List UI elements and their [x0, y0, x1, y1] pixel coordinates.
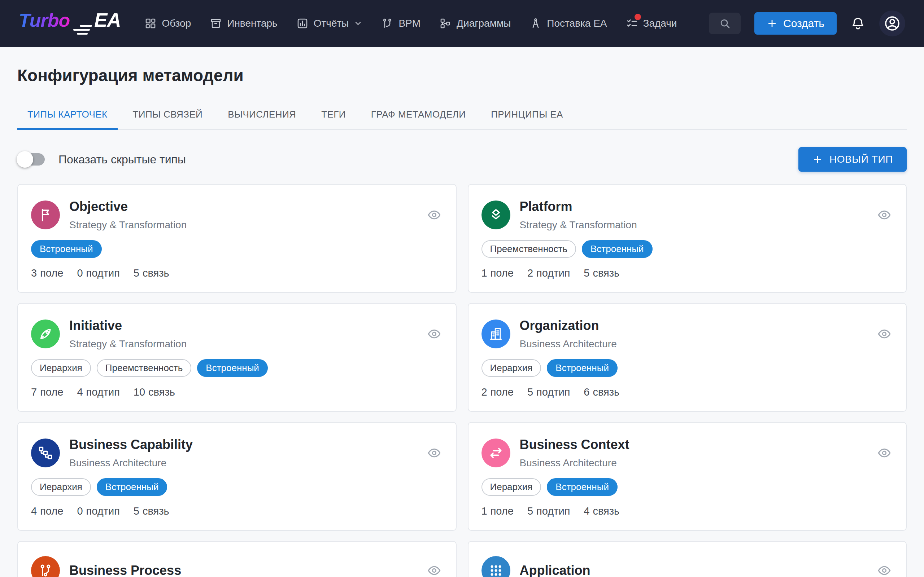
stat-item: 4подтип — [77, 386, 120, 398]
eye-icon — [877, 208, 892, 222]
visibility-button[interactable] — [427, 563, 441, 577]
card-subtitle: Strategy & Transformation — [520, 219, 637, 231]
compass-icon — [530, 17, 542, 29]
show-hidden-types-toggle[interactable] — [17, 151, 48, 168]
list-controls: Показать скрытые типы НОВЫЙ ТИП — [17, 147, 907, 172]
route-icon — [31, 556, 60, 577]
eye-icon — [877, 327, 892, 341]
plus-icon — [767, 18, 777, 29]
stat-item: 0подтип — [77, 267, 120, 279]
stat-item: 2поле — [481, 386, 514, 398]
nav-item-reports[interactable]: Отчёты — [296, 17, 363, 29]
rocket-icon — [31, 319, 60, 348]
visibility-button[interactable] — [877, 446, 892, 460]
search-icon — [719, 17, 731, 29]
badge: Встроенный — [547, 478, 617, 496]
tasks-icon — [626, 17, 638, 29]
card-title: Objective — [69, 199, 187, 214]
tab-tags[interactable]: ТЕГИ — [311, 102, 356, 130]
tab-bar: ТИПЫ КАРТОЧЕК ТИПЫ СВЯЗЕЙ ВЫЧИСЛЕНИЯ ТЕГ… — [17, 102, 907, 130]
badge: Иерархия — [31, 478, 91, 496]
card-subtitle: Strategy & Transformation — [69, 219, 187, 231]
card-badges: ИерархияВстроенный — [31, 478, 441, 496]
card-title: Application — [520, 563, 591, 577]
visibility-button[interactable] — [427, 327, 441, 341]
card-type-card[interactable]: Organization Business Architecture Иерар… — [468, 303, 907, 412]
nav-item-bpm[interactable]: BPM — [381, 17, 420, 29]
create-button-label: Создать — [783, 17, 824, 29]
visibility-button[interactable] — [427, 208, 441, 222]
card-subtitle: Business Architecture — [520, 457, 630, 469]
account-icon — [884, 15, 901, 32]
card-stats: 2поле5подтип6связь — [481, 386, 892, 398]
card-type-card[interactable]: Platform Strategy & Transformation Преем… — [468, 184, 907, 293]
nav-item-overview[interactable]: Обзор — [144, 17, 191, 29]
stat-item: 5связь — [584, 267, 619, 279]
arrows-icon — [481, 438, 510, 467]
nav-item-diagrams[interactable]: Диаграммы — [439, 17, 511, 29]
nav-item-tasks[interactable]: Задачи — [626, 17, 677, 29]
search-button[interactable] — [709, 13, 741, 34]
stat-item: 7поле — [31, 386, 63, 398]
nav-item-inventory[interactable]: Инвентарь — [210, 17, 277, 29]
stat-item: 0подтип — [77, 505, 120, 517]
badge: Преемственность — [97, 359, 191, 377]
visibility-button[interactable] — [877, 208, 892, 222]
eye-icon — [427, 446, 441, 460]
tab-ea-principles[interactable]: ПРИНЦИПЫ EA — [481, 102, 573, 130]
card-type-grid: Objective Strategy & Transformation Встр… — [17, 184, 907, 577]
new-type-button[interactable]: НОВЫЙ ТИП — [798, 147, 907, 172]
tab-card-types[interactable]: ТИПЫ КАРТОЧЕК — [17, 102, 118, 130]
card-subtitle: Strategy & Transformation — [69, 338, 187, 350]
top-navbar: Turbo EA Обзор Инвентарь Отчёты BPM Диаг… — [0, 0, 924, 47]
card-type-card[interactable]: Application — [468, 541, 907, 577]
main-navigation: Обзор Инвентарь Отчёты BPM Диаграммы Пос… — [144, 17, 702, 29]
stat-item: 1поле — [481, 267, 514, 279]
card-title: Business Process — [69, 563, 181, 577]
card-stats: 4поле0подтип5связь — [31, 505, 441, 517]
card-badges: ИерархияВстроенный — [481, 478, 892, 496]
visibility-button[interactable] — [877, 327, 892, 341]
stat-item: 5подтип — [527, 505, 570, 517]
tab-calculations[interactable]: ВЫЧИСЛЕНИЯ — [218, 102, 306, 130]
card-type-card[interactable]: Business Capability Business Architectur… — [17, 422, 457, 531]
badge: Иерархия — [481, 478, 541, 496]
card-badges: Встроенный — [31, 240, 441, 258]
orgchart-icon — [31, 438, 60, 467]
nav-item-ea-delivery[interactable]: Поставка EA — [530, 17, 607, 29]
app-logo[interactable]: Turbo EA — [19, 9, 121, 38]
card-type-card[interactable]: Business Context Business Architecture И… — [468, 422, 907, 531]
nav-item-label: Инвентарь — [227, 18, 277, 29]
main-content: Конфигурация метамодели ТИПЫ КАРТОЧЕК ТИ… — [0, 47, 924, 577]
card-type-card[interactable]: Initiative Strategy & Transformation Иер… — [17, 303, 457, 412]
new-type-button-label: НОВЫЙ ТИП — [829, 154, 893, 165]
flag-icon — [31, 200, 60, 229]
account-button[interactable] — [879, 10, 905, 36]
visibility-button[interactable] — [877, 563, 892, 577]
eye-icon — [427, 208, 441, 222]
create-button[interactable]: Создать — [754, 12, 837, 35]
eye-icon — [427, 563, 441, 577]
badge: Встроенный — [547, 359, 617, 377]
card-stats: 3поле0подтип5связь — [31, 267, 441, 279]
stat-item: 10связь — [134, 386, 175, 398]
notification-dot — [635, 14, 641, 20]
tab-relation-types[interactable]: ТИПЫ СВЯЗЕЙ — [123, 102, 213, 130]
visibility-button[interactable] — [427, 446, 441, 460]
nav-item-label: Диаграммы — [457, 18, 511, 29]
tab-metamodel-graph[interactable]: ГРАФ МЕТАМОДЕЛИ — [361, 102, 476, 130]
card-stats: 1поле5подтип4связь — [481, 505, 892, 517]
report-icon — [296, 17, 309, 29]
stat-item: 5связь — [134, 505, 169, 517]
page-title: Конфигурация метамодели — [17, 47, 907, 85]
card-type-card[interactable]: Objective Strategy & Transformation Встр… — [17, 184, 457, 293]
notifications-button[interactable] — [850, 16, 866, 31]
eye-icon — [877, 563, 892, 577]
badge: Встроенный — [97, 478, 168, 496]
card-stats: 7поле4подтип10связь — [31, 386, 441, 398]
stat-item: 2подтип — [527, 267, 570, 279]
badge: Иерархия — [481, 359, 541, 377]
card-badges: ИерархияВстроенный — [481, 359, 892, 377]
card-type-card[interactable]: Business Process — [17, 541, 457, 577]
eye-icon — [427, 327, 441, 341]
